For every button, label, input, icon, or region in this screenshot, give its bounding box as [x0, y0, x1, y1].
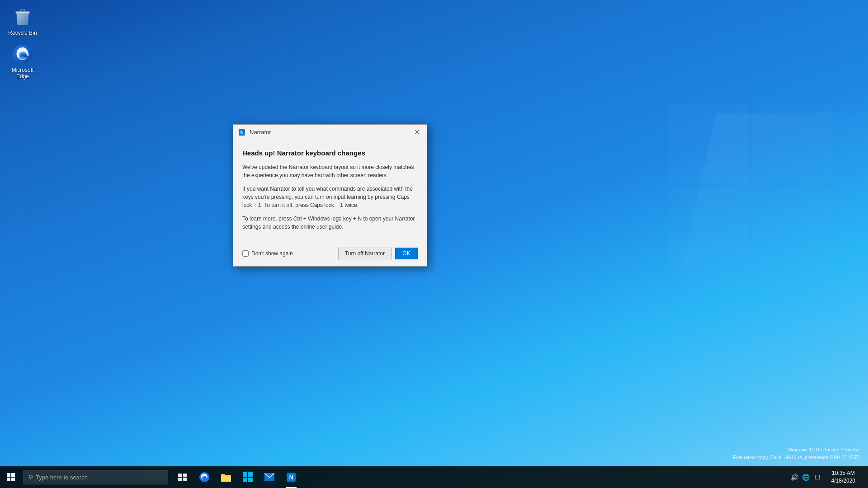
recycle-bin-icon	[12, 6, 33, 28]
svg-text:N: N	[289, 474, 293, 481]
svg-rect-11	[7, 473, 10, 477]
svg-rect-4	[16, 12, 30, 14]
taskbar-narrator-button[interactable]: N	[280, 466, 302, 488]
taskbar-store-button[interactable]	[237, 466, 259, 488]
dont-show-again-text: Don't show again	[251, 250, 293, 257]
clock-time: 10:35 AM	[832, 469, 855, 477]
svg-rect-12	[11, 473, 15, 477]
tray-icons: 🔊 🌐 □	[786, 473, 826, 482]
taskbar-mail-button[interactable]	[259, 466, 280, 488]
svg-rect-1	[753, 104, 832, 183]
dont-show-again-checkbox[interactable]	[242, 250, 249, 257]
narrator-icon: N	[238, 128, 246, 136]
narrator-dialog: N Narrator ✕ Heads up! Narrator keyboard…	[233, 124, 427, 267]
svg-rect-14	[11, 478, 15, 481]
search-icon: ⚲	[28, 474, 33, 481]
dialog-heading: Heads up! Narrator keyboard changes	[242, 149, 418, 157]
start-button[interactable]	[0, 466, 22, 488]
taskbar: ⚲	[0, 466, 868, 488]
desktop-icon-recycle-bin[interactable]: Recycle Bin	[5, 5, 41, 38]
ok-button[interactable]: OK	[395, 248, 418, 259]
dialog-titlebar: N Narrator ✕	[233, 125, 427, 140]
svg-rect-3	[753, 188, 832, 267]
dialog-footer: Don't show again Turn off Narrator OK	[233, 243, 427, 266]
action-center-icon[interactable]: □	[812, 473, 822, 481]
taskbar-file-explorer-button[interactable]	[215, 466, 237, 488]
show-desktop-button[interactable]	[861, 466, 864, 488]
evaluation-watermark: Windows 10 Pro Insider Preview Evaluatio…	[733, 446, 859, 461]
network-tray-icon[interactable]: 🌐	[801, 473, 811, 482]
turn-off-narrator-button[interactable]: Turn off Narrator	[338, 248, 392, 259]
desktop-wallpaper-reflection	[642, 90, 868, 294]
clock-area[interactable]: 10:35 AM 4/18/2020	[826, 466, 861, 488]
edge-icon	[12, 43, 33, 65]
dialog-title: Narrator	[250, 129, 411, 136]
recycle-bin-label: Recycle Bin	[8, 30, 37, 36]
dialog-paragraph-3: To learn more, press Ctrl + Windows logo…	[242, 215, 418, 231]
watermark-line2: Evaluation copy. Build 19613.rs_prerelea…	[733, 454, 859, 461]
dialog-paragraph-1: We've updated the Narrator keyboard layo…	[242, 163, 418, 179]
edge-label: MicrosoftEdge	[12, 67, 34, 80]
svg-rect-16	[183, 474, 187, 477]
svg-rect-21	[248, 472, 253, 477]
svg-text:N: N	[240, 130, 243, 135]
svg-rect-20	[243, 472, 247, 477]
taskbar-apps: N	[172, 466, 302, 488]
dialog-close-button[interactable]: ✕	[411, 127, 422, 138]
svg-rect-15	[178, 474, 182, 477]
svg-rect-23	[248, 478, 253, 482]
svg-rect-18	[183, 478, 187, 481]
dialog-buttons: Turn off Narrator OK	[338, 248, 418, 259]
svg-rect-0	[669, 104, 748, 183]
svg-rect-13	[7, 478, 10, 481]
clock-date: 4/18/2020	[831, 477, 855, 485]
dialog-paragraph-2: If you want Narrator to tell you what co…	[242, 185, 418, 209]
taskbar-search-bar[interactable]: ⚲	[24, 470, 168, 484]
dont-show-again-label[interactable]: Don't show again	[242, 250, 293, 257]
desktop-icon-microsoft-edge[interactable]: MicrosoftEdge	[5, 42, 41, 82]
task-view-button[interactable]	[172, 466, 193, 488]
search-input[interactable]	[36, 474, 163, 481]
svg-rect-22	[243, 478, 247, 482]
svg-rect-17	[178, 478, 182, 481]
dialog-body: Heads up! Narrator keyboard changes We'v…	[233, 140, 427, 243]
watermark-line1: Windows 10 Pro Insider Preview	[733, 446, 859, 454]
svg-rect-2	[669, 188, 748, 267]
desktop: Recycle Bin MicrosoftEdge	[0, 0, 868, 488]
speaker-tray-icon[interactable]: 🔊	[790, 473, 799, 482]
taskbar-tray: 🔊 🌐 □ 10:35 AM 4/18/2020	[786, 466, 868, 488]
taskbar-edge-button[interactable]	[193, 466, 215, 488]
